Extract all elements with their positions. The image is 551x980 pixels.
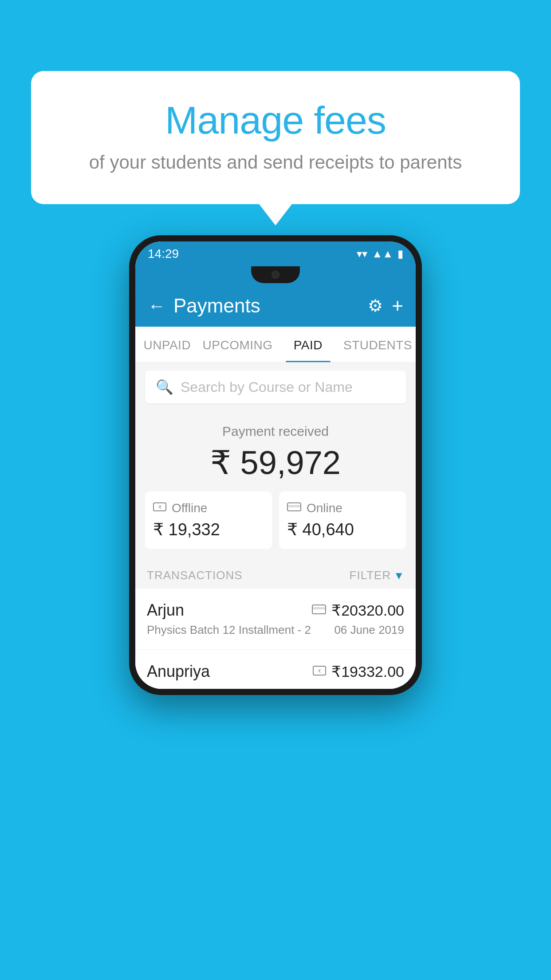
transaction-amount-wrap: ₹20320.00 [312, 601, 404, 619]
offline-payment-icon: ₹ [313, 666, 326, 677]
header-right: ⚙ + [368, 295, 403, 317]
search-icon: 🔍 [156, 379, 173, 395]
speech-bubble-section: Manage fees of your students and send re… [31, 71, 520, 204]
battery-icon: ▮ [398, 248, 403, 260]
online-amount: ₹ 40,640 [287, 520, 398, 539]
transaction-date: 06 June 2019 [334, 623, 404, 637]
app-title: Payments [173, 295, 260, 317]
filter-icon: ▼ [394, 569, 404, 582]
tab-upcoming[interactable]: UPCOMING [199, 327, 276, 362]
notch-area [135, 266, 416, 287]
payment-summary: Payment received ₹ 59,972 ₹ [135, 411, 416, 559]
offline-card: ₹ Offline ₹ 19,332 [145, 491, 272, 549]
manage-fees-title: Manage fees [67, 98, 484, 143]
manage-fees-subtitle: of your students and send receipts to pa… [67, 152, 484, 173]
back-button[interactable]: ← [148, 297, 165, 315]
tab-paid[interactable]: PAID [276, 327, 340, 362]
svg-rect-5 [312, 607, 326, 609]
transaction-amount-wrap-2: ₹ ₹19332.00 [313, 663, 404, 680]
status-icons: ▾▾ ▲▲ ▮ [357, 248, 403, 260]
payment-received-label: Payment received [145, 424, 406, 439]
svg-rect-3 [287, 505, 301, 507]
online-card: Online ₹ 40,640 [279, 491, 406, 549]
transactions-section-label: TRANSACTIONS [147, 569, 243, 582]
signal-icon: ▲▲ [372, 248, 393, 260]
transaction-amount: ₹20320.00 [331, 601, 404, 619]
transaction-row1: Arjun ₹20320.00 [147, 601, 404, 620]
phone-outer-frame: 14:29 ▾▾ ▲▲ ▮ ← Payments [129, 235, 422, 695]
offline-header: ₹ Offline [153, 501, 264, 515]
online-label: Online [307, 501, 342, 515]
settings-icon[interactable]: ⚙ [368, 296, 383, 316]
transaction-course: Physics Batch 12 Installment - 2 [147, 623, 311, 637]
table-row[interactable]: Arjun ₹20320.00 Physics [135, 589, 416, 650]
online-header: Online [287, 501, 398, 515]
card-payment-icon [312, 605, 326, 616]
speech-bubble-card: Manage fees of your students and send re… [31, 71, 520, 204]
transaction-row1-partial: Anupriya ₹ ₹19332.00 [147, 662, 404, 681]
transaction-list: Arjun ₹20320.00 Physics [135, 589, 416, 689]
tabs-bar: UNPAID UPCOMING PAID STUDENTS [135, 327, 416, 363]
status-bar: 14:29 ▾▾ ▲▲ ▮ [135, 241, 416, 266]
phone-screen: 14:29 ▾▾ ▲▲ ▮ ← Payments [135, 241, 416, 689]
offline-amount: ₹ 19,332 [153, 520, 264, 539]
header-left: ← Payments [148, 295, 260, 317]
tab-unpaid[interactable]: UNPAID [135, 327, 199, 362]
offline-icon: ₹ [153, 501, 166, 515]
transaction-amount-2: ₹19332.00 [331, 663, 404, 680]
transaction-row2: Physics Batch 12 Installment - 2 06 June… [147, 623, 404, 637]
online-icon [287, 501, 301, 515]
app-header: ← Payments ⚙ + [135, 287, 416, 327]
notch [251, 266, 300, 283]
offline-label: Offline [172, 501, 207, 515]
wifi-icon: ▾▾ [357, 248, 367, 260]
add-button[interactable]: + [392, 295, 403, 317]
search-input[interactable]: Search by Course or Name [181, 379, 353, 395]
table-row[interactable]: Anupriya ₹ ₹19332.00 [135, 650, 416, 689]
tab-students[interactable]: STUDENTS [340, 327, 416, 362]
search-box[interactable]: 🔍 Search by Course or Name [145, 371, 406, 403]
phone-device: 14:29 ▾▾ ▲▲ ▮ ← Payments [129, 235, 422, 695]
status-time: 14:29 [148, 247, 179, 261]
svg-text:₹: ₹ [158, 505, 161, 510]
payment-cards: ₹ Offline ₹ 19,332 [145, 491, 406, 549]
svg-text:₹: ₹ [318, 669, 321, 674]
camera-dot [272, 271, 279, 279]
filter-label: FILTER [350, 569, 391, 582]
payment-total-amount: ₹ 59,972 [145, 443, 406, 482]
transactions-header: TRANSACTIONS FILTER ▼ [135, 559, 416, 589]
transaction-name: Arjun [147, 601, 184, 620]
search-container: 🔍 Search by Course or Name [135, 363, 416, 411]
transaction-name-2: Anupriya [147, 662, 210, 681]
filter-area[interactable]: FILTER ▼ [350, 569, 404, 582]
